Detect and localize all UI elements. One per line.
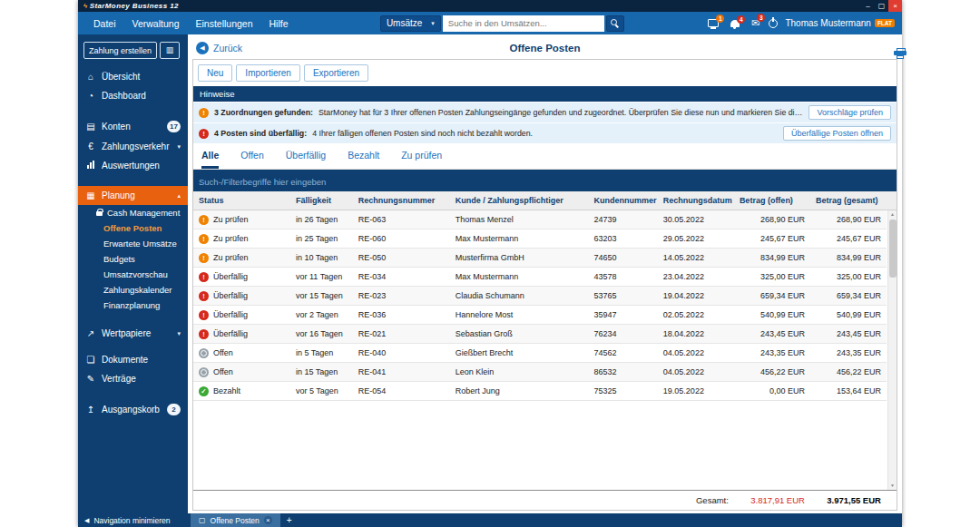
user-menu[interactable]: Thomas Mustermann FLAT xyxy=(769,18,895,28)
sidebar-item-finanzplanung[interactable]: Finanzplanung xyxy=(78,298,188,313)
minimize-button[interactable]: – xyxy=(861,0,875,12)
customer-cell: Musterfirma GmbH xyxy=(450,249,589,267)
chevron-down-icon: ▾ xyxy=(177,330,181,337)
scroll-up-icon[interactable]: ▲ xyxy=(890,210,895,219)
customer-number-cell: 74650 xyxy=(588,249,657,267)
table-row[interactable]: Überfällig vor 11 Tagen RE-034 Max Muste… xyxy=(193,268,887,287)
amount-total-cell: 456,22 EUR xyxy=(810,363,887,381)
column-header-rechnungsnummer[interactable]: Rechnungsnummer xyxy=(353,191,450,210)
export-button[interactable]: Exportieren xyxy=(304,64,368,82)
filter-input[interactable] xyxy=(199,177,891,187)
sidebar-item-label: Erwartete Umsätze xyxy=(103,239,177,249)
table-row[interactable]: Überfällig vor 16 Tagen RE-021 Sebastian… xyxy=(193,325,887,344)
hint-row: ! 4 Posten sind überfällig: 4 Ihrer fäll… xyxy=(193,123,897,143)
outbox-count-badge: 2 xyxy=(167,404,181,415)
invoice-number-cell: RE-063 xyxy=(353,210,450,229)
column-header-kundennummer[interactable]: Kundennummer xyxy=(588,191,657,210)
error-icon: ! xyxy=(199,129,209,139)
check-suggestions-button[interactable]: Vorschläge prüfen xyxy=(808,105,891,120)
document-tab-offene-posten[interactable]: ▢ Offene Posten × xyxy=(191,513,280,527)
close-button[interactable]: × xyxy=(888,0,902,12)
column-header-betrag-offen[interactable]: Betrag (offen) xyxy=(734,191,810,210)
maximize-button[interactable]: ▢ xyxy=(875,0,888,12)
new-tab-button[interactable]: + xyxy=(280,513,299,527)
global-search-input[interactable] xyxy=(443,15,604,32)
table-row[interactable]: Zu prüfen in 25 Tagen RE-060 Max Musterm… xyxy=(193,229,887,249)
new-button[interactable]: Neu xyxy=(198,64,232,82)
invoice-date-cell: 04.05.2022 xyxy=(658,344,734,362)
search-scope-select[interactable]: Umsätze ▾ xyxy=(380,15,441,32)
sidebar-item-erwartete-umsaetze[interactable]: Erwartete Umsätze xyxy=(78,236,188,251)
menu-verwaltung[interactable]: Verwaltung xyxy=(124,15,188,33)
menu-datei[interactable]: Datei xyxy=(85,15,124,33)
sidebar-item-ausgangskorb[interactable]: ↥ Ausgangskorb 2 xyxy=(78,399,188,420)
sidebar-item-label: Ausgangskorb xyxy=(102,405,160,415)
import-button[interactable]: Importieren xyxy=(236,64,300,82)
status-label: Offen xyxy=(213,348,233,357)
menu-einstellungen[interactable]: Einstellungen xyxy=(187,15,260,33)
tab-offen[interactable]: Offen xyxy=(240,150,264,169)
chevron-up-icon: ▴ xyxy=(177,192,181,200)
table-row[interactable]: Überfällig vor 2 Tagen RE-036 Hannelore … xyxy=(193,306,887,325)
status-cell: Offen xyxy=(193,344,290,362)
warning-icon: ! xyxy=(199,108,209,118)
amount-total-cell: 325,00 EUR xyxy=(810,268,887,286)
vertical-scrollbar[interactable]: ▲ ▼ xyxy=(887,210,897,490)
status-label: Überfällig xyxy=(213,291,248,300)
scroll-down-icon[interactable]: ▼ xyxy=(890,482,895,490)
app-title: StarMoney Business 12 xyxy=(90,2,179,10)
payment-shortcut-button[interactable]: ▥ xyxy=(160,42,180,59)
sidebar-item-zahlungskalender[interactable]: Zahlungskalender xyxy=(78,282,188,298)
column-header-status[interactable]: Status xyxy=(193,191,290,210)
column-header-rechnungsdatum[interactable]: Rechnungsdatum xyxy=(658,191,734,210)
sidebar-item-label: Offene Posten xyxy=(103,223,162,233)
due-cell: in 15 Tagen xyxy=(290,363,353,381)
tab-bezahlt[interactable]: Bezahlt xyxy=(348,150,379,169)
create-payment-button[interactable]: Zahlung erstellen xyxy=(83,42,157,59)
table-row[interactable]: Offen in 15 Tagen RE-041 Leon Klein 8653… xyxy=(193,363,887,382)
close-tab-icon[interactable]: × xyxy=(264,516,272,524)
column-header-faelligkeit[interactable]: Fälligkeit xyxy=(290,191,353,210)
chevron-down-icon: ▾ xyxy=(431,20,435,27)
menu-hilfe[interactable]: Hilfe xyxy=(261,15,297,33)
table-row[interactable]: Bezahlt vor 5 Tagen RE-054 Robert Jung 7… xyxy=(193,382,887,401)
sidebar-item-planung[interactable]: ▦ Planung ▴ xyxy=(78,186,188,205)
table-row[interactable]: Überfällig vor 15 Tagen RE-023 Claudia S… xyxy=(193,287,887,306)
sidebar-item-dashboard[interactable]: ◔ Dashboard xyxy=(78,86,188,105)
sidebar-item-offene-posten[interactable]: Offene Posten xyxy=(78,220,188,236)
table-row[interactable]: Offen in 5 Tagen RE-040 Gießbert Brecht … xyxy=(193,344,887,363)
table-row[interactable]: Zu prüfen in 10 Tagen RE-050 Musterfirma… xyxy=(193,249,887,268)
sidebar-item-budgets[interactable]: Budgets xyxy=(78,251,188,267)
scrollbar-thumb[interactable] xyxy=(889,220,897,278)
tab-ueberfaellig[interactable]: Überfällig xyxy=(286,150,326,169)
table-row[interactable]: Zu prüfen in 26 Tagen RE-063 Thomas Menz… xyxy=(193,210,887,229)
tab-zu-pruefen[interactable]: Zu prüfen xyxy=(401,150,442,169)
sidebar-item-auswertungen[interactable]: Auswertungen xyxy=(78,156,188,175)
system-messages-button[interactable]: 1 xyxy=(708,19,719,27)
collapse-navigation-button[interactable]: ◀ Navigation minimieren xyxy=(78,513,188,527)
messages-button[interactable]: ✉ 3 xyxy=(751,18,760,28)
status-cell: Zu prüfen xyxy=(193,229,290,248)
sidebar-item-cash-management[interactable]: Cash Management xyxy=(78,205,188,220)
column-header-betrag-gesamt[interactable]: Betrag (gesamt) xyxy=(810,191,887,210)
notifications-button[interactable]: 4 xyxy=(730,20,740,27)
konten-count-badge: 17 xyxy=(167,121,181,132)
accounts-icon: ▤ xyxy=(85,122,96,132)
search-button[interactable] xyxy=(606,15,624,32)
sidebar-item-zahlungsverkehr[interactable]: € Zahlungsverkehr ▾ xyxy=(78,137,188,156)
sidebar-item-wertpapiere[interactable]: ↗ Wertpapiere ▾ xyxy=(78,324,188,343)
window-controls: – ▢ × xyxy=(861,0,902,12)
hint-lead: 4 Posten sind überfällig: xyxy=(214,129,307,138)
tab-alle[interactable]: Alle xyxy=(201,150,219,169)
sidebar-item-umsatzvorschau[interactable]: Umsatzvorschau xyxy=(78,267,188,282)
sidebar-item-dokumente[interactable]: ❏ Dokumente xyxy=(78,350,188,369)
sidebar-item-vertraege[interactable]: ✎ Verträge xyxy=(78,369,188,388)
amount-open-cell: 243,35 EUR xyxy=(734,344,810,362)
column-header-kunde[interactable]: Kunde / Zahlungspflichtiger xyxy=(450,191,589,210)
sidebar-item-uebersicht[interactable]: ⌂ Übersicht xyxy=(78,67,188,86)
sidebar-item-konten[interactable]: ▤ Konten 17 xyxy=(78,116,188,137)
status-label: Überfällig xyxy=(213,272,248,281)
amount-total-cell: 243,45 EUR xyxy=(810,325,887,343)
back-button[interactable]: ◀ Zurück xyxy=(196,42,242,54)
open-overdue-button[interactable]: Überfällige Posten öffnen xyxy=(783,126,891,141)
